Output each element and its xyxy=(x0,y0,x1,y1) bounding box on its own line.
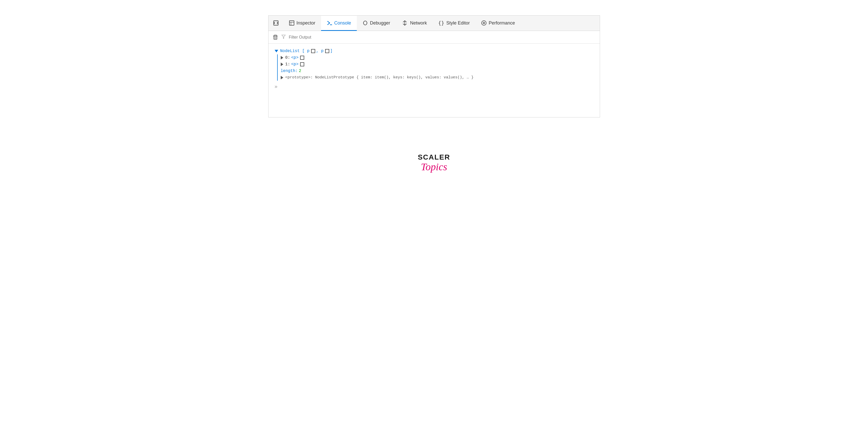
expand-triangle xyxy=(275,50,278,52)
tab-console[interactable]: Console xyxy=(321,16,357,31)
tab-debugger-label: Debugger xyxy=(370,21,390,26)
clear-button[interactable] xyxy=(273,34,278,40)
tab-style-editor[interactable]: {} Style Editor xyxy=(433,16,475,31)
toolbar xyxy=(269,31,600,44)
nodelist-children: 0: <p> 1: <p> length: 2 <prototype>: Nod… xyxy=(277,54,600,81)
length-row: length: 2 xyxy=(278,68,600,74)
expand-prototype xyxy=(281,76,283,80)
nodelist-close: ] xyxy=(330,49,333,53)
network-icon xyxy=(401,20,408,26)
expand-child-1 xyxy=(281,63,283,66)
prototype-row[interactable]: <prototype>: NodeListPrototype { item: i… xyxy=(278,74,600,81)
scaler-label: SCALER xyxy=(418,153,450,161)
child-row-1[interactable]: 1: <p> xyxy=(278,61,600,68)
svg-marker-15 xyxy=(282,35,285,38)
node-widget-2 xyxy=(325,49,329,53)
style-editor-icon: {} xyxy=(438,20,444,26)
length-key: length: xyxy=(281,69,298,73)
svg-rect-1 xyxy=(289,21,294,25)
length-value: 2 xyxy=(299,69,302,73)
node-widget-1a xyxy=(300,62,304,66)
tab-network[interactable]: Network xyxy=(396,16,433,31)
devtools-panel: Inspector Console Debugger xyxy=(268,15,600,117)
index-0: 0: xyxy=(285,55,290,60)
branding: SCALER Topics xyxy=(0,133,868,183)
node-widget-1 xyxy=(311,49,315,53)
child-row-0[interactable]: 0: <p> xyxy=(278,54,600,61)
node-widget-0a xyxy=(300,56,304,60)
tag-p-0: <p> xyxy=(291,55,299,60)
expand-child-0 xyxy=(281,56,283,59)
tag-p-1: <p> xyxy=(291,62,299,67)
nodelist-open: NodeList [ p xyxy=(280,49,310,53)
chevrons-icon: » xyxy=(275,84,278,90)
tab-performance[interactable]: Performance xyxy=(475,16,521,31)
svg-point-7 xyxy=(483,22,485,24)
performance-icon xyxy=(481,20,487,26)
nodelist-comma: , p xyxy=(316,49,323,53)
console-icon xyxy=(327,20,332,26)
tab-pick[interactable] xyxy=(269,16,283,31)
tab-performance-label: Performance xyxy=(489,21,515,26)
filter-icon xyxy=(281,34,286,40)
svg-point-6 xyxy=(482,21,486,25)
svg-rect-9 xyxy=(274,35,277,39)
index-1: 1: xyxy=(285,62,290,67)
tab-inspector[interactable]: Inspector xyxy=(283,16,321,31)
nodelist-header-row[interactable]: NodeList [ p , p ] xyxy=(269,48,600,54)
console-input-row: » xyxy=(269,81,600,93)
inspector-icon xyxy=(289,20,294,26)
tab-bar: Inspector Console Debugger xyxy=(269,16,600,31)
pick-icon xyxy=(273,20,279,26)
topics-label: Topics xyxy=(421,161,447,173)
console-content: NodeList [ p , p ] 0: <p> 1: <p> lengt xyxy=(269,44,600,97)
tab-inspector-label: Inspector xyxy=(297,21,315,26)
tab-console-label: Console xyxy=(334,21,351,26)
prototype-text: <prototype>: NodeListPrototype { item: i… xyxy=(285,75,474,80)
tab-debugger[interactable]: Debugger xyxy=(357,16,396,31)
debugger-icon xyxy=(363,20,368,26)
tab-network-label: Network xyxy=(410,21,427,26)
tab-style-editor-label: Style Editor xyxy=(446,21,470,26)
filter-input[interactable] xyxy=(289,35,340,39)
